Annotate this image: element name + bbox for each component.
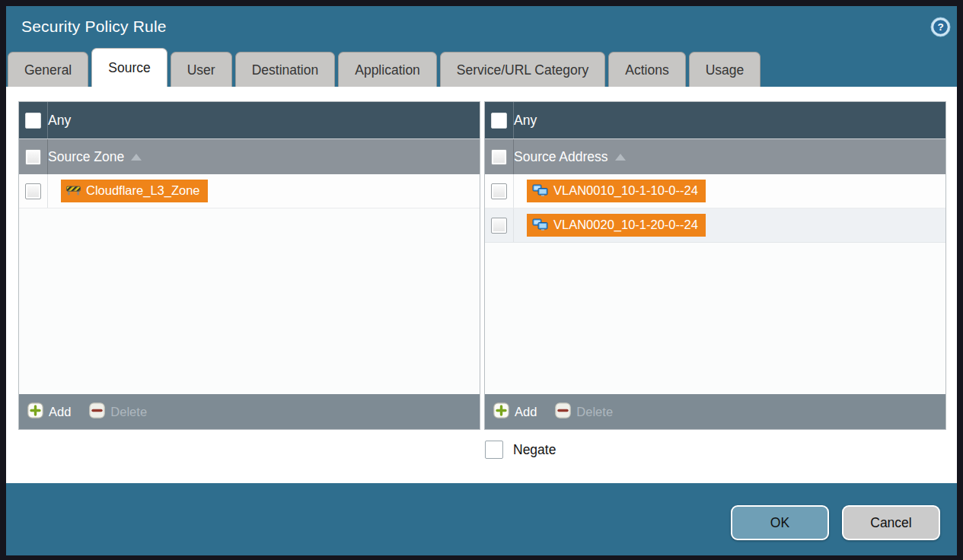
negate-row: Negate <box>485 441 946 459</box>
source-zone-any-bar: Any <box>19 102 480 138</box>
source-zone-any-label: Any <box>48 113 71 129</box>
address-row-checkbox[interactable] <box>491 183 507 199</box>
delete-icon <box>555 402 571 422</box>
source-zone-select-all-checkbox[interactable] <box>25 149 41 165</box>
zone-object-label: Cloudflare_L3_Zone <box>86 183 200 199</box>
dialog-title: Security Policy Rule <box>21 18 930 36</box>
negate-checkbox[interactable] <box>485 441 503 459</box>
source-zone-column-header: Source Zone <box>19 138 480 174</box>
delete-zone-button[interactable]: Delete <box>89 402 147 422</box>
sort-ascending-icon[interactable] <box>615 154 626 161</box>
source-address-any-label: Any <box>514 113 537 129</box>
source-address-panel: Any Source Address <box>484 101 946 430</box>
tab-service-url-category[interactable]: Service/URL Category <box>440 52 605 87</box>
zone-row-checkbox[interactable] <box>25 183 41 199</box>
negate-label: Negate <box>513 442 556 458</box>
dialog-footer: OK Cancel <box>6 483 957 555</box>
source-zone-list: Cloudflare_L3_Zone <box>19 174 480 394</box>
delete-icon <box>89 402 105 422</box>
zone-icon <box>66 185 81 196</box>
add-icon <box>27 402 43 422</box>
source-zone-any-checkbox[interactable] <box>25 113 41 129</box>
address-row-checkbox[interactable] <box>491 218 507 234</box>
add-label: Add <box>515 405 537 419</box>
source-address-any-checkbox[interactable] <box>491 113 507 129</box>
help-icon[interactable]: ? <box>930 17 951 37</box>
zone-object-chip[interactable]: Cloudflare_L3_Zone <box>61 180 208 203</box>
source-address-toolbar: Add Delete <box>485 394 945 429</box>
source-address-any-bar: Any <box>485 102 945 138</box>
delete-address-button[interactable]: Delete <box>555 402 613 422</box>
svg-text:?: ? <box>937 21 943 33</box>
source-address-select-all-checkbox[interactable] <box>491 149 507 165</box>
tab-usage[interactable]: Usage <box>689 52 761 87</box>
tab-general[interactable]: General <box>8 52 88 87</box>
table-row: Cloudflare_L3_Zone <box>19 174 480 208</box>
tab-strip: General Source User Destination Applicat… <box>6 47 957 87</box>
title-bar: Security Policy Rule ? <box>6 6 957 47</box>
tab-application[interactable]: Application <box>338 52 437 87</box>
source-address-column-label[interactable]: Source Address <box>514 149 608 165</box>
add-icon <box>493 402 509 422</box>
security-policy-rule-dialog: Security Policy Rule ? General Source Us… <box>6 6 957 555</box>
address-object-chip[interactable]: VLAN0020_10-1-20-0--24 <box>527 214 706 237</box>
tab-user[interactable]: User <box>171 52 232 87</box>
tab-actions[interactable]: Actions <box>608 52 685 87</box>
add-label: Add <box>49 405 71 419</box>
add-address-button[interactable]: Add <box>493 402 537 422</box>
delete-label: Delete <box>110 405 147 419</box>
table-row: VLAN0020_10-1-20-0--24 <box>485 208 945 243</box>
address-object-label: VLAN0010_10-1-10-0--24 <box>553 183 698 199</box>
address-object-label: VLAN0020_10-1-20-0--24 <box>553 218 698 233</box>
source-address-column-header: Source Address <box>485 138 945 174</box>
tab-source[interactable]: Source <box>91 48 167 87</box>
sort-ascending-icon[interactable] <box>131 154 142 161</box>
source-zone-panel: Any Source Zone <box>18 101 480 430</box>
cancel-button[interactable]: Cancel <box>842 505 940 540</box>
delete-label: Delete <box>576 405 613 419</box>
source-tab-content: Any Source Zone <box>6 87 957 483</box>
address-icon <box>532 184 548 197</box>
source-zone-column-label[interactable]: Source Zone <box>48 149 124 165</box>
table-row: VLAN0010_10-1-10-0--24 <box>485 174 945 208</box>
ok-button[interactable]: OK <box>731 505 829 540</box>
source-zone-toolbar: Add Delete <box>19 394 480 429</box>
source-address-list: VLAN0010_10-1-10-0--24 <box>485 174 945 394</box>
address-icon <box>532 218 548 231</box>
tab-destination[interactable]: Destination <box>235 52 336 87</box>
add-zone-button[interactable]: Add <box>27 402 71 422</box>
address-object-chip[interactable]: VLAN0010_10-1-10-0--24 <box>527 180 706 203</box>
